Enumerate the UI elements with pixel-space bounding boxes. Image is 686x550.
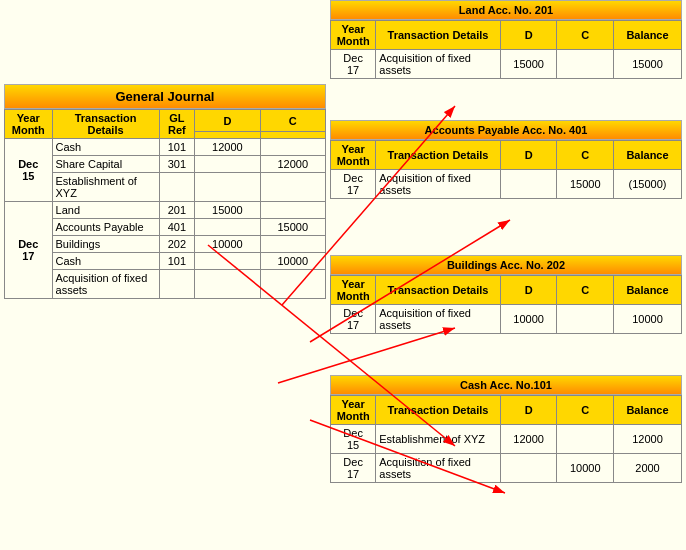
accounts-payable-row: Accounts Payable <box>52 219 159 236</box>
gl-ref-header: GLRef <box>159 110 195 139</box>
c-header: C <box>260 110 325 132</box>
cash-account: Cash Acc. No.101 YearMonth Transaction D… <box>330 375 682 483</box>
dec15-cell: Dec15 <box>5 139 53 202</box>
transaction-details-header: Transaction Details <box>52 110 159 139</box>
buildings-acc-title: Buildings Acc. No. 202 <box>330 255 682 275</box>
general-journal-title: General Journal <box>4 84 326 109</box>
buildings-acc-table: YearMonth Transaction Details D C Balanc… <box>330 275 682 334</box>
cash-acc-table: YearMonth Transaction Details D C Balanc… <box>330 395 682 483</box>
buildings-row: Buildings <box>52 236 159 253</box>
cash-row: Cash <box>52 139 159 156</box>
land-acc-title: Land Acc. No. 201 <box>330 0 682 20</box>
land-acc-table: YearMonth Transaction Details D C Balanc… <box>330 20 682 79</box>
ap-acc-table: YearMonth Transaction Details D C Balanc… <box>330 140 682 199</box>
year-month-header: YearMonth <box>5 110 53 139</box>
d-header: D <box>195 110 260 132</box>
acquisition-row: Acquisition of fixed assets <box>52 270 159 299</box>
cash-row2: Cash <box>52 253 159 270</box>
general-journal-table: YearMonth Transaction Details GLRef D C … <box>4 109 326 299</box>
share-capital-row: Share Capital <box>52 156 159 173</box>
dec17-cell: Dec17 <box>5 202 53 299</box>
land-account: Land Acc. No. 201 YearMonth Transaction … <box>330 0 682 79</box>
land-row: Land <box>52 202 159 219</box>
general-journal: General Journal YearMonth Transaction De… <box>4 84 326 299</box>
land-td-header: Transaction Details <box>376 21 501 50</box>
establishment-xyz-row: Establishment of XYZ <box>52 173 159 202</box>
accounts-payable-account: Accounts Payable Acc. No. 401 YearMonth … <box>330 120 682 199</box>
ap-acc-title: Accounts Payable Acc. No. 401 <box>330 120 682 140</box>
cash-acc-title: Cash Acc. No.101 <box>330 375 682 395</box>
buildings-account: Buildings Acc. No. 202 YearMonth Transac… <box>330 255 682 334</box>
